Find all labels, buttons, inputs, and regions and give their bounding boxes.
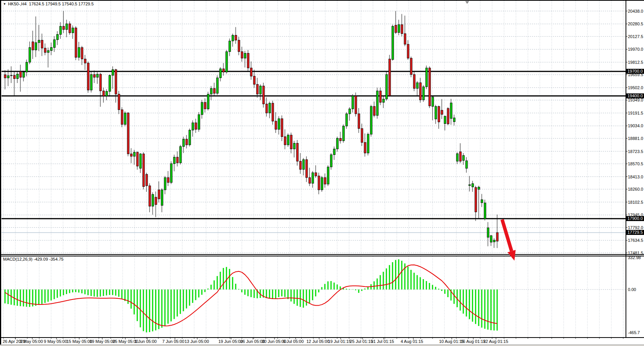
bear-candle (496, 233, 498, 241)
bull-candle (269, 103, 271, 113)
price-tick-label: 19034.0 (628, 123, 643, 128)
bull-candle (303, 160, 305, 170)
bull-candle (232, 35, 234, 41)
bear-candle (20, 72, 22, 77)
hline-price-chip[interactable]: 17900.0 (626, 216, 644, 221)
bull-candle (226, 52, 228, 72)
chart-canvas[interactable] (0, 0, 644, 346)
bull-candle (333, 149, 335, 155)
bear-candle (318, 176, 320, 190)
bear-candle (186, 139, 188, 145)
bull-candle (392, 26, 394, 60)
bear-candle (149, 186, 151, 206)
bull-candle (173, 157, 175, 164)
bull-candle (189, 130, 191, 145)
bear-candle (81, 48, 83, 59)
bear-candle (241, 52, 243, 58)
bull-candle (426, 68, 428, 87)
price-tick-label: 18260.0 (628, 187, 643, 191)
chart-title: ▼HK50-,H4 17624.5 17949.5 17540.5 17729.… (3, 2, 94, 6)
time-tick-label: 26 Jun 05:00 (240, 339, 265, 344)
macd-tick-label: 332.98 (628, 255, 641, 260)
bull-candle (321, 178, 323, 190)
chart-window: ▼HK50-,H4 17624.5 17949.5 17540.5 17729.… (0, 0, 644, 346)
current-price-chip[interactable]: 17729.5 (626, 230, 644, 235)
bull-candle (330, 155, 332, 167)
bull-candle (124, 113, 126, 125)
bear-candle (315, 173, 317, 176)
bull-candle (435, 106, 437, 119)
horizontal-trend-lines[interactable] (2, 72, 626, 219)
bear-candle (355, 96, 357, 114)
bear-candle (413, 75, 415, 88)
time-tick-label: 7 Jun 05:00 (162, 339, 185, 344)
time-tick-label: 31 Jul 01:15 (371, 339, 394, 344)
time-tick-label: 25 Jul 01:15 (350, 339, 373, 344)
bull-candle (57, 35, 58, 40)
bull-candle (109, 75, 111, 91)
bear-candle (401, 25, 403, 33)
hline-price-chip[interactable]: 19700.0 (626, 69, 644, 74)
bear-candle (438, 106, 440, 122)
bull-candle (352, 96, 354, 109)
bull-candle (170, 164, 172, 183)
hline-price-chip[interactable]: 19400.0 (626, 93, 644, 98)
bull-candle (398, 25, 400, 33)
bear-candle (253, 76, 255, 84)
time-tick-label: 1 Jun 05:00 (135, 339, 157, 344)
bull-candle (60, 26, 62, 34)
bear-candle (13, 75, 15, 79)
time-tick-label: 12 Jul 05:00 (306, 339, 329, 344)
bull-candle (90, 75, 92, 90)
bear-candle (93, 75, 95, 77)
bear-candle (404, 33, 406, 44)
time-tick-label: 6 Jul 05:00 (283, 339, 304, 344)
bull-candle (53, 40, 55, 47)
time-tick-label: 19 May 05:00 (90, 339, 115, 344)
bear-candle (284, 137, 286, 145)
symbol-label: HK50-,H4 (8, 2, 27, 6)
bear-candle (136, 152, 138, 166)
bull-candle (481, 200, 483, 203)
price-tick-label: 17481.5 (628, 251, 643, 255)
bear-candle (447, 108, 449, 124)
price-tick-label: 19502.0 (628, 85, 643, 90)
bear-candle (130, 154, 132, 156)
ohlc-values: 17624.5 17949.5 17540.5 17729.5 (29, 2, 93, 6)
bull-candle (17, 74, 18, 79)
bear-candle (459, 152, 461, 161)
bull-candle (376, 91, 378, 115)
price-tick-label: 19349.0 (628, 98, 643, 102)
bull-candle (192, 123, 194, 130)
symbol-menu-icon[interactable]: ▼ (3, 2, 6, 6)
bull-candle (7, 76, 9, 78)
bull-candle (278, 119, 280, 130)
bull-candle (140, 154, 141, 168)
bull-candle (220, 69, 221, 78)
bear-candle (358, 114, 360, 128)
bull-candle (423, 87, 424, 100)
bull-candle (487, 228, 489, 238)
bear-candle (143, 154, 145, 186)
bull-candle (201, 102, 203, 115)
bull-candle (478, 187, 480, 190)
price-tick-label: 17634.5 (628, 238, 643, 243)
bear-candle (389, 59, 391, 96)
bull-candle (343, 126, 344, 141)
bear-candle (441, 110, 443, 115)
bear-candle (32, 42, 34, 50)
bear-candle (281, 119, 283, 137)
bull-candle (416, 83, 418, 88)
bear-candle (429, 68, 431, 106)
price-tick-label: 18723.5 (628, 149, 643, 154)
price-tick-label: 19191.5 (628, 111, 643, 115)
bull-candle (490, 236, 492, 242)
time-tick-label: 13 Jun 05:00 (185, 339, 209, 344)
time-tick-label: 15 May 05:00 (67, 339, 92, 344)
bull-candle (229, 41, 231, 52)
bull-candle (198, 115, 200, 129)
bull-candle (133, 152, 135, 156)
price-tick-label: 20280.5 (628, 22, 643, 26)
bear-candle (256, 84, 258, 94)
price-tick-label: 20438.0 (628, 9, 643, 13)
